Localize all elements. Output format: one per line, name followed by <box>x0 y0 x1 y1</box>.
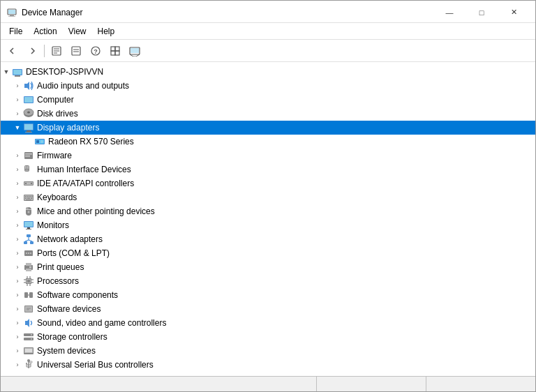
tree-item-processors[interactable]: › Processors <box>1 274 535 288</box>
svg-rect-8 <box>72 47 80 55</box>
svg-rect-93 <box>24 292 28 298</box>
tree-item-ports[interactable]: › Ports (COM & LPT) <box>1 246 535 260</box>
title-bar-left: Device Manager <box>6 7 82 18</box>
svg-text:?: ? <box>94 48 98 55</box>
mice-chevron: › <box>12 206 23 217</box>
processors-label: Processors <box>37 276 79 286</box>
tree-item-system[interactable]: › System devices <box>1 344 535 358</box>
window-title: Device Manager <box>22 8 82 17</box>
disk-chevron: › <box>12 108 23 119</box>
tree-view[interactable]: ▼ DESKTOP-JSPIVVN › Audio inp <box>1 62 535 376</box>
processors-icon <box>23 276 34 287</box>
status-pane-2 <box>317 377 426 391</box>
tree-item-network[interactable]: › Network adapters <box>1 232 535 246</box>
computer-icon <box>23 94 34 105</box>
audio-label: Audio inputs and outputs <box>37 81 129 91</box>
tree-item-audio[interactable]: › Audio inputs and outputs <box>1 79 535 93</box>
svg-rect-56 <box>25 198 27 199</box>
tree-item-monitors[interactable]: › Monitors <box>1 218 535 232</box>
tree-item-radeon[interactable]: Radeon RX 570 Series <box>1 135 535 149</box>
tree-item-storage[interactable]: › Storage controllers <box>1 330 535 344</box>
root-label: DESKTOP-JSPIVVN <box>26 67 103 77</box>
svg-rect-84 <box>27 280 30 282</box>
svg-rect-33 <box>27 130 31 132</box>
mice-icon <box>23 206 34 217</box>
back-icon <box>8 46 17 56</box>
processors-chevron: › <box>12 276 23 287</box>
tree-item-print[interactable]: › Print queues <box>1 260 535 274</box>
tree-item-usb[interactable]: › Universal Serial Bus controllers <box>1 358 535 372</box>
help-button[interactable]: ? <box>87 43 105 59</box>
disk-label: Disk drives <box>37 109 78 119</box>
show-resources-icon <box>129 45 140 56</box>
svg-rect-79 <box>26 263 31 266</box>
svg-rect-81 <box>29 266 31 268</box>
svg-rect-18 <box>131 48 139 53</box>
svg-line-72 <box>25 240 29 241</box>
print-chevron: › <box>12 262 23 273</box>
status-pane-1 <box>1 377 317 391</box>
tree-item-sound[interactable]: › Sound, video and game controllers <box>1 316 535 330</box>
display-label: Display adapters <box>37 123 99 133</box>
tree-item-software-dev[interactable]: › Software devices <box>1 302 535 316</box>
toolbar-separator-1 <box>44 45 45 57</box>
menu-action[interactable]: Action <box>28 25 62 38</box>
hid-label: Human Interface Devices <box>37 165 131 174</box>
status-pane-3 <box>426 377 535 391</box>
device-list-button[interactable] <box>106 43 124 59</box>
update-driver-button[interactable] <box>67 43 85 59</box>
close-button[interactable]: ✕ <box>498 5 530 20</box>
root-chevron: ▼ <box>1 66 12 77</box>
system-icon <box>23 345 34 356</box>
svg-rect-16 <box>115 51 119 55</box>
tree-item-display[interactable]: ▼ Display adapters <box>1 121 535 135</box>
system-chevron: › <box>12 345 23 356</box>
minimize-button[interactable]: — <box>433 5 466 20</box>
firmware-chevron: › <box>12 150 23 161</box>
tree-item-computer[interactable]: › Computer <box>1 93 535 107</box>
svg-rect-26 <box>24 97 33 103</box>
svg-rect-15 <box>111 51 115 55</box>
firmware-icon <box>23 150 34 161</box>
tree-item-software-comp[interactable]: › Software components <box>1 288 535 302</box>
root-icon <box>12 66 23 77</box>
properties-button[interactable] <box>47 43 66 59</box>
svg-rect-61 <box>26 209 31 210</box>
maximize-button[interactable]: □ <box>466 5 498 20</box>
tree-item-keyboards[interactable]: › Keyboards <box>1 190 535 204</box>
title-bar-controls: — □ ✕ <box>433 5 530 20</box>
tree-item-ide[interactable]: › IDE ATA/ATAPI controllers <box>1 176 535 190</box>
print-icon <box>23 262 34 273</box>
forward-button[interactable] <box>23 43 41 59</box>
software-comp-icon <box>23 289 34 301</box>
mice-label: Mice and other pointing devices <box>37 206 155 216</box>
svg-rect-68 <box>27 234 31 237</box>
tree-item-mice[interactable]: › Mice and other pointing devices <box>1 204 535 218</box>
svg-point-111 <box>26 363 27 364</box>
software-dev-label: Software devices <box>37 304 100 314</box>
tree-item-firmware[interactable]: › Firmware <box>1 149 535 163</box>
software-dev-icon <box>23 303 34 315</box>
svg-rect-32 <box>24 124 33 130</box>
hid-chevron: › <box>12 164 23 175</box>
tree-item-disk[interactable]: › Disk drives <box>1 107 535 121</box>
ide-chevron: › <box>12 178 23 189</box>
menu-view[interactable]: View <box>63 25 92 38</box>
svg-rect-45 <box>25 169 29 171</box>
tree-item-hid[interactable]: › Human Interface Devices <box>1 163 535 176</box>
menu-file[interactable]: File <box>3 25 28 38</box>
tree-root[interactable]: ▼ DESKTOP-JSPIVVN <box>1 65 535 79</box>
menu-help[interactable]: Help <box>92 25 121 38</box>
svg-rect-52 <box>25 196 27 197</box>
forward-icon <box>27 46 37 56</box>
network-icon <box>23 234 34 245</box>
hid-icon <box>23 164 34 175</box>
svg-rect-97 <box>25 306 32 312</box>
print-label: Print queues <box>37 262 84 272</box>
svg-point-77 <box>30 252 31 254</box>
back-button[interactable] <box>3 43 22 59</box>
svg-rect-14 <box>115 47 119 51</box>
svg-rect-59 <box>26 199 31 201</box>
show-resources-button[interactable] <box>126 43 144 59</box>
svg-point-38 <box>40 140 43 143</box>
